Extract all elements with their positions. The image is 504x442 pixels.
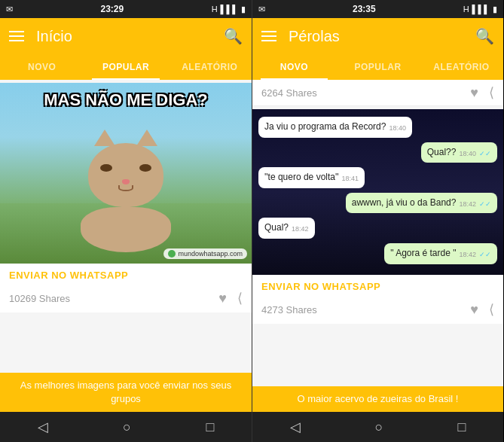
tab-aleatorio-right[interactable]: ALEATÓRIO: [420, 54, 503, 80]
meme-image: MAS NÃO ME DIGA?: [0, 83, 252, 264]
action-icons-top: ♥ ⟨: [470, 84, 494, 101]
battery-icon-right: ▮: [493, 5, 497, 14]
status-time-right: 23:35: [353, 4, 376, 14]
status-right-right-icons: H ▌▌▌ ▮: [463, 5, 497, 14]
status-bar-left: ✉ 23:29 H ▌▌▌ ▮: [0, 0, 252, 18]
status-time-left: 23:29: [100, 4, 124, 14]
share-icon-left[interactable]: ⟨: [237, 290, 243, 306]
cat-ear-left: [94, 130, 115, 146]
tab-popular-right[interactable]: POPULAR: [336, 54, 420, 80]
shares-count-right: 4273 Shares: [261, 304, 317, 315]
status-right-icons: H ▌▌▌ ▮: [212, 5, 246, 14]
nav-bar-left: ◁ ○ □: [0, 412, 252, 442]
share-icon-right[interactable]: ⟨: [489, 301, 494, 318]
content-right: 6264 Shares ♥ ⟨ Ja viu o programa da Rec…: [252, 80, 503, 386]
meme-card: MAS NÃO ME DIGA?: [0, 83, 252, 312]
cat-head: [88, 143, 163, 207]
banner-text-right: O maior acervo de zueiras do Brasil !: [261, 392, 494, 406]
shares-row-right: 4273 Shares ♥ ⟨: [252, 298, 503, 324]
tabs-right: NOVO POPULAR ALEATÓRIO: [252, 54, 503, 80]
tab-aleatorio-left[interactable]: ALEATÓRIO: [168, 54, 252, 80]
top-shares-row: 6264 Shares ♥ ⟨: [252, 80, 503, 106]
shares-count-top: 6264 Shares: [261, 87, 317, 99]
left-panel: ✉ 23:29 H ▌▌▌ ▮ Início 🔍 NOVO POPULAR AL…: [0, 0, 252, 442]
tab-popular-left[interactable]: POPULAR: [84, 54, 167, 80]
notification-icon-right: ✉: [258, 5, 265, 14]
enviar-button-left[interactable]: ENVIAR NO WHATSAPP: [9, 270, 128, 281]
cat-background: MAS NÃO ME DIGA?: [0, 83, 252, 264]
tab-novo-right[interactable]: NOVO: [252, 54, 336, 80]
cat-nose: [122, 179, 130, 184]
toolbar-left: Início 🔍: [0, 18, 252, 54]
wifi-icon-right: H: [463, 5, 469, 14]
meme-text: MAS NÃO ME DIGA?: [0, 90, 252, 110]
signal-icon-right: ▌▌▌: [472, 5, 490, 14]
chat-msg-3: ''te quero de volta'' 18:41: [258, 167, 365, 188]
watermark: mundowhatsapp.com: [163, 248, 247, 259]
home-button-left[interactable]: ○: [123, 419, 131, 435]
card-action-left: ENVIAR NO WHATSAPP: [0, 264, 252, 287]
notification-icon: ✉: [6, 5, 13, 14]
share-icon-top[interactable]: ⟨: [489, 84, 494, 101]
status-right-left-icons: ✉: [258, 5, 265, 14]
heart-icon-right[interactable]: ♥: [470, 302, 478, 318]
toolbar-right: Pérolas 🔍: [252, 18, 503, 54]
chat-msg-6: " Agora é tarde " 18:42 ✓✓: [384, 243, 497, 264]
search-icon-left[interactable]: 🔍: [224, 27, 243, 45]
wifi-icon: H: [212, 5, 218, 14]
recent-button-right[interactable]: □: [458, 419, 466, 435]
cat-eye-right: [139, 164, 151, 172]
status-left-icons: ✉: [6, 5, 13, 14]
shares-row-left: 10269 Shares ♥ ⟨: [0, 287, 252, 312]
chat-msg-2: Qual?? 18:40 ✓✓: [421, 142, 497, 163]
toolbar-title-right: Pérolas: [289, 28, 475, 45]
bottom-banner-left: As melhores imagens para você enviar nos…: [0, 373, 252, 412]
content-left: MAS NÃO ME DIGA?: [0, 80, 252, 373]
back-button-right[interactable]: ◁: [290, 419, 301, 435]
action-icons-right: ♥ ⟨: [470, 301, 494, 318]
card-action-right: ENVIAR NO WHATSAPP: [252, 275, 503, 298]
search-icon-right[interactable]: 🔍: [475, 27, 494, 45]
chat-msg-1: Ja viu o programa da Record? 18:40: [258, 117, 412, 138]
cat-mouth: [118, 185, 133, 191]
action-icons-left: ♥ ⟨: [218, 290, 243, 306]
right-panel: ✉ 23:35 H ▌▌▌ ▮ Pérolas 🔍 NOVO POPULAR A…: [252, 0, 503, 442]
chat-msg-4: awwwn, já viu o da Band? 18:42 ✓✓: [346, 193, 497, 214]
chat-msg-5: Qual? 18:42: [258, 218, 315, 239]
menu-icon[interactable]: [9, 31, 24, 41]
status-bar-right: ✉ 23:35 H ▌▌▌ ▮: [252, 0, 503, 18]
home-button-right[interactable]: ○: [375, 419, 383, 435]
toolbar-title-left: Início: [36, 28, 224, 45]
chat-image: Ja viu o programa da Record? 18:40 Qual?…: [252, 109, 503, 275]
cat-eye-left: [100, 164, 112, 172]
tabs-left: NOVO POPULAR ALEATÓRIO: [0, 54, 252, 80]
cat-body-fur: [81, 207, 171, 252]
cat-ear-right: [136, 130, 157, 146]
recent-button-left[interactable]: □: [206, 419, 214, 435]
tab-novo-left[interactable]: NOVO: [0, 54, 84, 80]
enviar-button-right[interactable]: ENVIAR NO WHATSAPP: [261, 281, 380, 292]
signal-icon: ▌▌▌: [221, 5, 238, 14]
menu-icon-right[interactable]: [261, 31, 276, 41]
chat-card: Ja viu o programa da Record? 18:40 Qual?…: [252, 109, 503, 324]
nav-bar-right: ◁ ○ □: [252, 412, 503, 442]
heart-icon-left[interactable]: ♥: [218, 291, 227, 306]
battery-icon: ▮: [241, 5, 246, 14]
bottom-banner-right: O maior acervo de zueiras do Brasil !: [252, 386, 503, 412]
banner-text-left: As melhores imagens para você enviar nos…: [9, 379, 243, 406]
heart-icon-top[interactable]: ♥: [470, 85, 478, 101]
back-button-left[interactable]: ◁: [38, 419, 48, 435]
shares-count-left: 10269 Shares: [9, 293, 70, 304]
